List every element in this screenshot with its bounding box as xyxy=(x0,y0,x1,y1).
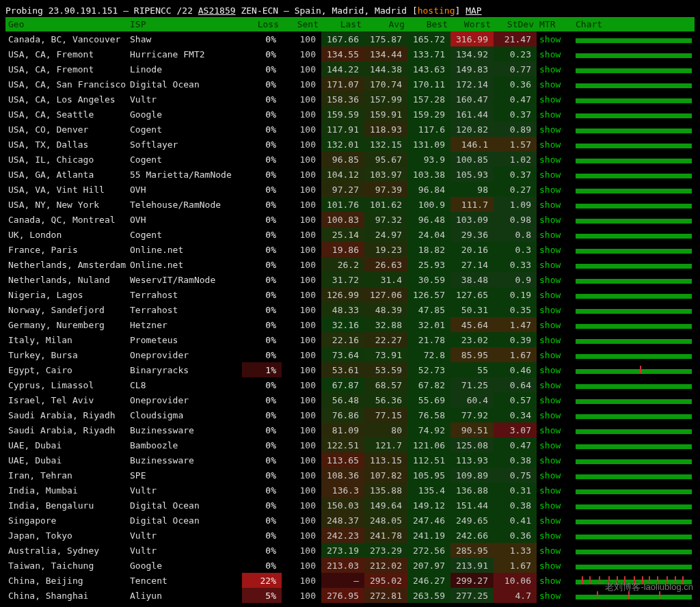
mtr-show-link[interactable]: show xyxy=(537,302,573,317)
col-isp[interactable]: ISP xyxy=(127,17,242,31)
mtr-show-link[interactable]: show xyxy=(537,468,573,483)
mtr-show-link[interactable]: show xyxy=(537,92,573,107)
cell-geo: Canada, QC, Montreal xyxy=(5,212,127,227)
mtr-show-link[interactable]: show xyxy=(537,483,573,498)
cell-stdev: 4.7 xyxy=(494,588,537,603)
cell-worst: 277.25 xyxy=(450,588,494,603)
mtr-show-link[interactable]: show xyxy=(537,407,573,422)
mtr-show-link[interactable]: show xyxy=(537,528,573,543)
mtr-show-link[interactable]: show xyxy=(537,332,573,347)
mtr-show-link[interactable]: show xyxy=(537,182,573,197)
col-sent[interactable]: Sent xyxy=(282,17,321,31)
mtr-show-link[interactable]: show xyxy=(537,558,573,573)
mtr-show-link[interactable]: show xyxy=(537,107,573,122)
mtr-show-link[interactable]: show xyxy=(537,197,573,212)
cell-worst: 27.14 xyxy=(450,257,494,272)
cell-isp: OVH xyxy=(127,182,242,197)
col-geo[interactable]: Geo xyxy=(5,17,127,31)
cell-worst: 90.51 xyxy=(450,422,494,437)
mtr-show-link[interactable]: show xyxy=(537,272,573,287)
cell-last: 19.86 xyxy=(321,242,364,257)
mtr-show-link[interactable]: show xyxy=(537,377,573,392)
cell-best: 247.46 xyxy=(407,513,450,528)
cell-isp: Linode xyxy=(127,62,242,77)
mtr-show-link[interactable]: show xyxy=(537,543,573,558)
cell-geo: Germany, Nuremberg xyxy=(5,317,127,332)
chart-cell xyxy=(573,513,695,528)
cell-stdev: 0.33 xyxy=(494,257,537,272)
cell-loss: 0% xyxy=(242,122,282,137)
cell-loss: 0% xyxy=(242,77,282,92)
mtr-show-link[interactable]: show xyxy=(537,362,573,377)
cell-sent: 100 xyxy=(282,46,321,62)
col-last[interactable]: Last xyxy=(321,17,364,31)
cell-avg: 77.15 xyxy=(364,407,407,422)
mtr-show-link[interactable]: show xyxy=(537,453,573,468)
table-row: India, BengaluruDigital Ocean0%100150.03… xyxy=(5,498,695,513)
mtr-show-link[interactable]: show xyxy=(537,242,573,257)
mtr-show-link[interactable]: show xyxy=(537,498,573,513)
map-link[interactable]: MAP xyxy=(466,5,481,16)
mtr-show-link[interactable]: show xyxy=(537,573,573,588)
cell-sent: 100 xyxy=(282,573,321,588)
cell-loss: 0% xyxy=(242,212,282,227)
mtr-show-link[interactable]: show xyxy=(537,317,573,332)
cell-best: 272.56 xyxy=(407,543,450,558)
mtr-show-link[interactable]: show xyxy=(537,152,573,167)
mtr-show-link[interactable]: show xyxy=(537,257,573,272)
mtr-show-link[interactable]: show xyxy=(537,347,573,362)
cell-stdev: 0.19 xyxy=(494,287,537,302)
mtr-show-link[interactable]: show xyxy=(537,392,573,407)
cell-loss: 0% xyxy=(242,437,282,453)
chart-bar xyxy=(576,520,692,524)
chart-cell xyxy=(573,332,695,347)
chart-bar xyxy=(576,504,692,509)
cell-avg: 149.64 xyxy=(364,498,407,513)
cell-avg: 19.23 xyxy=(364,242,407,257)
col-mtr[interactable]: MTR xyxy=(537,17,573,31)
mtr-show-link[interactable]: show xyxy=(537,122,573,137)
cell-last: 56.48 xyxy=(321,392,364,407)
col-worst[interactable]: Worst xyxy=(450,17,494,31)
cell-last: 144.22 xyxy=(321,62,364,77)
mtr-show-link[interactable]: show xyxy=(537,588,573,603)
col-avg[interactable]: Avg xyxy=(364,17,407,31)
cell-worst: 136.88 xyxy=(450,483,494,498)
cell-sent: 100 xyxy=(282,227,321,242)
cell-best: 32.01 xyxy=(407,317,450,332)
cell-isp: Google xyxy=(127,107,242,122)
table-row: USA, NY, New YorkTelehouse/RamNode0%1001… xyxy=(5,197,695,212)
cell-loss: 0% xyxy=(242,31,282,46)
mtr-show-link[interactable]: show xyxy=(537,437,573,453)
chart-bar xyxy=(576,565,692,569)
mtr-show-link[interactable]: show xyxy=(537,46,573,62)
mtr-show-link[interactable]: show xyxy=(537,31,573,46)
chart-spike xyxy=(582,576,583,584)
mtr-show-link[interactable]: show xyxy=(537,287,573,302)
mtr-show-link[interactable]: show xyxy=(537,62,573,77)
col-stdev[interactable]: StDev xyxy=(494,17,537,31)
cell-geo: Norway, Sandefjord xyxy=(5,302,127,317)
col-loss[interactable]: Loss xyxy=(242,17,282,31)
col-chart[interactable]: Chart xyxy=(573,17,695,31)
col-best[interactable]: Best xyxy=(407,17,450,31)
cell-avg: 144.38 xyxy=(364,62,407,77)
mtr-show-link[interactable]: show xyxy=(537,77,573,92)
table-row: UK, LondonCogent0%10025.1424.9724.0429.3… xyxy=(5,227,695,242)
mtr-show-link[interactable]: show xyxy=(537,513,573,528)
mtr-show-link[interactable]: show xyxy=(537,422,573,437)
mtr-show-link[interactable]: show xyxy=(537,227,573,242)
cell-loss: 0% xyxy=(242,377,282,392)
mtr-show-link[interactable]: show xyxy=(537,137,573,152)
table-row: Nigeria, LagosTerrahost0%100126.99127.06… xyxy=(5,287,695,302)
cell-last: 273.19 xyxy=(321,543,364,558)
cell-sent: 100 xyxy=(282,167,321,182)
mtr-show-link[interactable]: show xyxy=(537,212,573,227)
cell-best: 126.57 xyxy=(407,287,450,302)
cell-last: 167.66 xyxy=(321,31,364,46)
probe-asn-link[interactable]: AS21859 xyxy=(198,5,236,16)
mtr-show-link[interactable]: show xyxy=(537,167,573,182)
chart-spike xyxy=(589,576,591,584)
cell-avg: 103.97 xyxy=(364,167,407,182)
cell-last: 76.86 xyxy=(321,407,364,422)
